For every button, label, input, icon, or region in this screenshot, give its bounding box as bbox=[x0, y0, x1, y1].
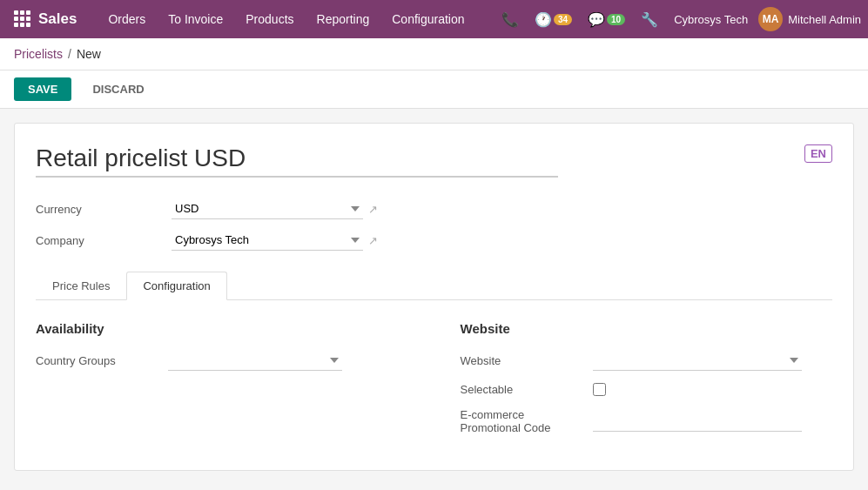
nav-orders[interactable]: Orders bbox=[98, 7, 156, 31]
app-name: Sales bbox=[38, 10, 77, 28]
form-card: EN Currency USD ↗ Company Cybrosys Tech bbox=[14, 123, 854, 471]
nav-products[interactable]: Products bbox=[235, 7, 304, 31]
selectable-label: Selectable bbox=[461, 383, 582, 396]
website-row: Website bbox=[461, 350, 833, 371]
currency-control: USD ↗ bbox=[172, 198, 378, 219]
website-select[interactable] bbox=[593, 350, 802, 371]
form-title-row: EN bbox=[36, 144, 832, 178]
clock-badge: 34 bbox=[554, 14, 572, 25]
avatar-initials: MA bbox=[763, 13, 779, 25]
clock-icon: 🕐 bbox=[535, 11, 552, 28]
availability-title: Availability bbox=[36, 321, 408, 336]
currency-label: Currency bbox=[36, 203, 158, 216]
website-label: Website bbox=[461, 354, 582, 367]
ecommerce-control bbox=[593, 411, 833, 432]
ecommerce-promo-input[interactable] bbox=[593, 411, 802, 432]
phone-icon: 📞 bbox=[501, 11, 519, 28]
grid-menu-icon[interactable] bbox=[14, 10, 31, 28]
country-groups-row: Country Groups bbox=[36, 350, 408, 371]
main-nav: Orders To Invoice Products Reporting Con… bbox=[98, 7, 492, 31]
save-button[interactable]: SAVE bbox=[14, 77, 71, 101]
company-control: Cybrosys Tech ↗ bbox=[172, 230, 378, 251]
tab-configuration[interactable]: Configuration bbox=[126, 272, 226, 300]
currency-external-link-icon[interactable]: ↗ bbox=[368, 203, 378, 216]
nav-configuration[interactable]: Configuration bbox=[381, 7, 474, 31]
chat-badge: 10 bbox=[607, 14, 625, 25]
wrench-icon: 🔧 bbox=[641, 11, 658, 28]
pricelist-title-input[interactable] bbox=[36, 144, 558, 178]
company-label: Company bbox=[36, 234, 158, 247]
chat-icon: 💬 bbox=[588, 11, 605, 28]
website-section: Website Website Selectable bbox=[461, 321, 833, 446]
country-groups-select[interactable] bbox=[168, 350, 342, 371]
user-avatar[interactable]: MA bbox=[758, 7, 783, 31]
tab-price-rules[interactable]: Price Rules bbox=[36, 272, 126, 300]
main-content: EN Currency USD ↗ Company Cybrosys Tech bbox=[0, 109, 868, 485]
breadcrumb-current: New bbox=[77, 47, 101, 61]
nav-to-invoice[interactable]: To Invoice bbox=[158, 7, 233, 31]
company-select[interactable]: Cybrosys Tech bbox=[172, 230, 363, 251]
selectable-control bbox=[593, 383, 833, 396]
currency-select[interactable]: USD bbox=[172, 198, 363, 219]
breadcrumb-parent[interactable]: Pricelists bbox=[14, 47, 63, 61]
ecommerce-label: E-commerce Promotional Code bbox=[461, 408, 582, 434]
tab-configuration-content: Availability Country Groups Website Webs… bbox=[36, 321, 832, 446]
tabs: Price Rules Configuration bbox=[36, 272, 832, 300]
clock-button[interactable]: 🕐 34 bbox=[529, 8, 577, 31]
settings-button[interactable]: 🔧 bbox=[636, 8, 663, 31]
form-fields: Currency USD ↗ Company Cybrosys Tech ↗ bbox=[36, 198, 832, 251]
availability-section: Availability Country Groups bbox=[36, 321, 408, 446]
company-row: Company Cybrosys Tech ↗ bbox=[36, 230, 832, 251]
country-groups-label: Country Groups bbox=[36, 354, 158, 367]
chat-button[interactable]: 💬 10 bbox=[582, 8, 630, 31]
discard-button[interactable]: DISCARD bbox=[78, 77, 158, 101]
user-name: Mitchell Admin bbox=[788, 13, 861, 26]
website-control bbox=[593, 350, 833, 371]
breadcrumb-separator: / bbox=[68, 47, 71, 61]
phone-button[interactable]: 📞 bbox=[496, 8, 524, 31]
breadcrumb: Pricelists / New bbox=[0, 38, 868, 70]
company-name: Cybrosys Tech bbox=[669, 13, 753, 26]
selectable-row: Selectable bbox=[461, 383, 833, 396]
language-badge[interactable]: EN bbox=[804, 144, 832, 163]
country-groups-control bbox=[168, 350, 408, 371]
action-bar: SAVE DISCARD bbox=[0, 70, 868, 109]
selectable-checkbox[interactable] bbox=[593, 383, 606, 396]
ecommerce-row: E-commerce Promotional Code bbox=[461, 408, 833, 434]
nav-reporting[interactable]: Reporting bbox=[306, 7, 380, 31]
app-logo[interactable]: Sales bbox=[7, 10, 94, 28]
topbar-right: 📞 🕐 34 💬 10 🔧 Cybrosys Tech MA Mitchell … bbox=[496, 7, 861, 31]
website-title: Website bbox=[461, 321, 833, 336]
company-external-link-icon[interactable]: ↗ bbox=[368, 234, 378, 247]
topbar: Sales Orders To Invoice Products Reporti… bbox=[0, 0, 868, 38]
currency-row: Currency USD ↗ bbox=[36, 198, 832, 219]
